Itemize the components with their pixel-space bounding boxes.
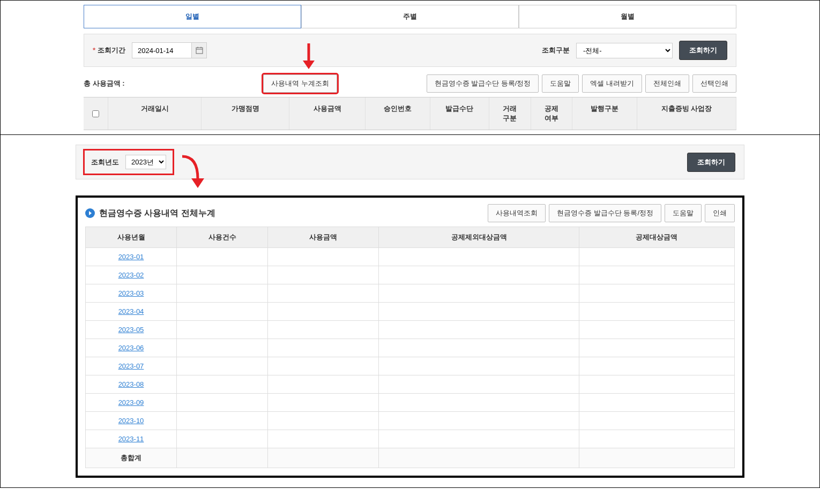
month-link[interactable]: 2023-11: [118, 435, 144, 443]
search-button-bottom[interactable]: 조회하기: [687, 153, 735, 172]
table-cell: [579, 430, 734, 448]
month-link[interactable]: 2023-04: [118, 307, 144, 315]
table-cell: [268, 266, 379, 284]
table-cell: [379, 357, 579, 375]
month-link[interactable]: 2023-03: [118, 289, 144, 297]
calendar-button[interactable]: [191, 43, 206, 58]
table-cell: [579, 375, 734, 394]
table-cell: [579, 357, 734, 375]
date-input-wrap: [132, 42, 207, 58]
month-link[interactable]: 2023-05: [118, 326, 144, 334]
calendar-icon: [196, 47, 203, 54]
col-deductible-amount: 공제대상금액: [579, 227, 734, 248]
svg-rect-0: [196, 48, 203, 54]
select-all-checkbox[interactable]: [92, 110, 99, 117]
summary-header-row: 사용년월 사용건수 사용금액 공제제외대상금액 공제대상금액: [86, 227, 735, 248]
month-link[interactable]: 2023-01: [118, 253, 144, 261]
help-button[interactable]: 도움말: [542, 74, 579, 93]
col-method: 발급수단: [430, 97, 489, 130]
search-button-top[interactable]: 조회하기: [679, 41, 727, 60]
table-cell: [177, 266, 268, 284]
table-cell: [268, 448, 379, 468]
excel-download-button[interactable]: 엑셀 내려받기: [582, 74, 642, 93]
top-section: 일별 주별 월별 *조회기간 조회구분 -전체- 조회하기: [1, 1, 819, 135]
table-row: 2023-02: [86, 266, 735, 284]
year-select[interactable]: 2023년: [125, 155, 166, 169]
month-link[interactable]: 2023-02: [118, 271, 144, 279]
print-button[interactable]: 인쇄: [705, 204, 735, 222]
panel-title: 현금영수증 사용내역 전체누계: [99, 208, 215, 219]
help-button-2[interactable]: 도움말: [665, 204, 702, 222]
period-tabs: 일별 주별 월별: [84, 5, 736, 28]
table-cell: [379, 321, 579, 339]
table-cell: [177, 303, 268, 321]
svg-marker-5: [303, 61, 315, 69]
arrow-down-icon: [301, 42, 317, 69]
table-row: 2023-08: [86, 375, 735, 394]
table-row: 2023-10: [86, 412, 735, 430]
table-row: 2023-11: [86, 430, 735, 448]
month-link[interactable]: 2023-07: [118, 362, 144, 370]
tab-monthly[interactable]: 월별: [519, 5, 736, 28]
year-filter-box: 조회년도 2023년: [85, 151, 173, 174]
col-approval: 승인번호: [366, 97, 430, 130]
total-label-cell: 총합계: [86, 448, 177, 468]
table-row: 2023-01: [86, 248, 735, 266]
tab-weekly[interactable]: 주별: [301, 5, 519, 28]
top-filter-bar: *조회기간 조회구분 -전체- 조회하기: [84, 34, 736, 67]
category-select[interactable]: -전체-: [576, 43, 673, 58]
usage-query-button[interactable]: 사용내역조회: [488, 204, 546, 222]
table-row: 2023-04: [86, 303, 735, 321]
table-cell: [268, 339, 379, 357]
table-cell: [379, 248, 579, 266]
table-cell: [379, 303, 579, 321]
col-usage-amount: 사용금액: [268, 227, 379, 248]
table-cell: [268, 412, 379, 430]
cumulative-query-button[interactable]: 사용내역 누계조회: [263, 74, 337, 93]
tab-daily[interactable]: 일별: [84, 5, 301, 28]
table-cell: [579, 412, 734, 430]
total-amount-label: 총 사용금액 :: [84, 79, 125, 88]
table-cell: [579, 303, 734, 321]
total-row: 총합계: [86, 448, 735, 468]
table-cell: [379, 266, 579, 284]
table-cell: [379, 375, 579, 394]
table-cell: [177, 430, 268, 448]
table-cell: [579, 266, 734, 284]
col-excluded-amount: 공제제외대상금액: [379, 227, 579, 248]
arrow-curve-icon: [181, 155, 207, 190]
table-cell: [268, 321, 379, 339]
register-method-button-2[interactable]: 현금영수증 발급수단 등록/정정: [549, 204, 661, 222]
table-cell: [268, 248, 379, 266]
print-selected-button[interactable]: 선택인쇄: [692, 74, 736, 93]
print-all-button[interactable]: 전체인쇄: [645, 74, 689, 93]
table-cell: [177, 248, 268, 266]
date-input[interactable]: [132, 43, 191, 58]
table-cell: [268, 303, 379, 321]
col-amount: 사용금액: [289, 97, 366, 130]
month-link[interactable]: 2023-10: [118, 417, 144, 425]
bottom-section: 조회년도 2023년 조회하기 현금영수증 사용내역 전체누계 사용내역조회: [1, 135, 819, 487]
col-merchant: 가맹점명: [202, 97, 289, 130]
col-issue: 발행구분: [572, 97, 637, 130]
action-row: 총 사용금액 : 사용내역 누계조회 현금영수증 발급수단 등록/정정 도움말 …: [84, 70, 736, 97]
month-link[interactable]: 2023-06: [118, 344, 144, 352]
table-cell: [177, 321, 268, 339]
table-cell: [268, 357, 379, 375]
table-cell: [379, 430, 579, 448]
table-cell: [379, 448, 579, 468]
col-usage-count: 사용건수: [177, 227, 268, 248]
register-method-button[interactable]: 현금영수증 발급수단 등록/정정: [427, 74, 539, 93]
month-link[interactable]: 2023-09: [118, 398, 144, 407]
table-cell: [579, 394, 734, 412]
year-filter-bar: 조회년도 2023년 조회하기: [76, 145, 744, 179]
table-row: 2023-03: [86, 284, 735, 303]
table-cell: [579, 321, 734, 339]
arrow-right-circle-icon: [85, 208, 95, 218]
category-label: 조회구분: [542, 46, 570, 55]
table-cell: [379, 412, 579, 430]
month-link[interactable]: 2023-08: [118, 380, 144, 388]
table-row: 2023-07: [86, 357, 735, 375]
table-row: 2023-05: [86, 321, 735, 339]
table-cell: [177, 412, 268, 430]
